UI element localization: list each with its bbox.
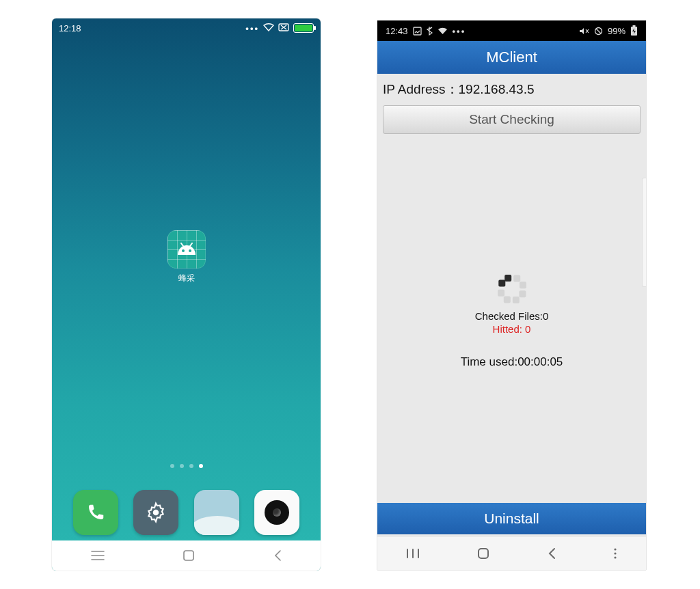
dock-camera-app[interactable] (254, 490, 299, 535)
svg-point-3 (153, 510, 159, 516)
phone-home-screen: 12:18 ••• 蜂采 (52, 18, 321, 571)
app-title: MClient (486, 49, 537, 66)
dock-settings-app[interactable] (133, 490, 178, 535)
location-off-icon (594, 27, 603, 36)
bluetooth-icon (427, 26, 433, 36)
time-used-label: Time used:00:00:05 (377, 355, 646, 369)
dock-phone-app[interactable] (73, 490, 118, 535)
start-checking-label: Start Checking (469, 112, 554, 127)
mute-icon (579, 27, 589, 36)
nav-recent-icon[interactable] (406, 548, 420, 559)
checked-files-label: Checked Files:0 (377, 310, 646, 322)
status-bar: 12:18 ••• (52, 18, 321, 38)
svg-rect-8 (633, 25, 636, 27)
nav-bar (52, 540, 321, 571)
loading-spinner-icon (496, 273, 528, 305)
status-time: 12:43 (386, 26, 408, 36)
svg-rect-9 (479, 549, 488, 558)
app-label: 蜂采 (178, 273, 195, 284)
status-block: Checked Files:0 Hitted: 0 (377, 310, 646, 335)
phone-app-screen: 12:43 ••• 99% MClient (377, 20, 646, 570)
svg-point-11 (615, 552, 617, 554)
svg-rect-4 (184, 551, 193, 560)
dock-gallery-app[interactable] (194, 490, 239, 535)
svg-point-12 (615, 556, 617, 558)
screenshot-icon (413, 27, 422, 36)
wifi-icon (263, 23, 274, 33)
more-icon: ••• (453, 26, 466, 36)
nav-bar (377, 537, 646, 570)
app-icon (167, 230, 206, 269)
uninstall-button[interactable]: Uninstall (377, 503, 646, 534)
battery-icon (293, 23, 314, 33)
nav-home-icon[interactable] (476, 547, 490, 560)
battery-charging-icon (630, 25, 638, 36)
svg-point-1 (182, 249, 185, 252)
nav-back-icon[interactable] (273, 549, 282, 562)
more-icon: ••• (245, 23, 259, 33)
svg-point-2 (189, 249, 191, 252)
battery-text: 99% (608, 26, 625, 36)
start-checking-button[interactable]: Start Checking (383, 105, 641, 134)
app-shortcut[interactable]: 蜂采 (167, 230, 206, 284)
hitted-label: Hitted: 0 (377, 323, 646, 335)
nav-home-icon[interactable] (182, 549, 196, 562)
svg-point-10 (615, 548, 617, 550)
uninstall-label: Uninstall (484, 510, 539, 527)
ip-address-label: IP Address：192.168.43.5 (377, 74, 646, 102)
no-sim-icon (278, 23, 289, 33)
page-indicator (170, 464, 203, 468)
status-bar: 12:43 ••• 99% (377, 20, 646, 41)
svg-rect-5 (414, 27, 421, 35)
dock (52, 490, 321, 535)
nav-back-icon[interactable] (547, 547, 556, 560)
status-time: 12:18 (59, 23, 81, 33)
app-title-bar: MClient (377, 41, 646, 74)
nav-recent-icon[interactable] (90, 549, 105, 562)
camera-lens-icon (265, 500, 289, 525)
wifi-icon (438, 27, 448, 35)
scrollbar[interactable] (642, 178, 646, 287)
nav-more-icon[interactable] (613, 547, 617, 560)
